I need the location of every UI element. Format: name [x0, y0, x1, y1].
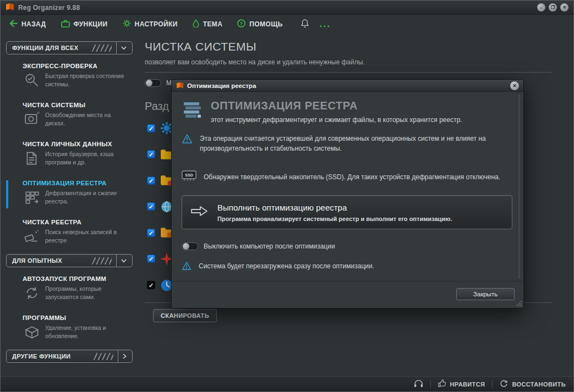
stripes-decoration [92, 257, 112, 264]
defrag-stack-icon [182, 100, 204, 124]
svg-text:?: ? [240, 21, 243, 26]
section-header-label: ДРУГИЕ ФУНКЦИИ [12, 353, 70, 360]
ssd-note-row: SSD Обнаружен твердотельный накопитель (… [182, 170, 512, 184]
chevron-down-icon [116, 42, 127, 54]
headphones-icon [414, 379, 423, 389]
divider [430, 380, 431, 388]
sidebar-item-system-clean[interactable]: ЧИСТКА СИСТЕМЫ Освобождение места на дис… [6, 98, 133, 137]
svg-text:SSD: SSD [185, 173, 193, 177]
mode-toggle[interactable] [145, 79, 161, 87]
restore-circle-icon [500, 379, 508, 389]
theme-label: ТЕМА [203, 20, 223, 28]
checkbox-checked[interactable]: ✓ [147, 255, 155, 263]
item-title: ОПТИМИЗАЦИЯ РЕЕСТРА [23, 180, 133, 186]
titlebar: Reg Organizer 9.88 – ❐ ✕ [1, 1, 573, 15]
run-optimization-title: Выполнить оптимизацию реестра [217, 203, 452, 212]
like-label: НРАВИТСЯ [450, 381, 485, 388]
item-title: ЧИСТКА ЛИЧНЫХ ДАННЫХ [23, 141, 133, 147]
sidebar-section-functions-for-all[interactable]: ФУНКЦИИ ДЛЯ ВСЕХ [6, 41, 133, 54]
item-title: ПРОГРАММЫ [23, 314, 133, 321]
dialog-close-button[interactable]: Закрыть [456, 288, 515, 300]
checkbox-dark[interactable]: ✓ [147, 281, 155, 289]
checkbox-checked[interactable]: ✓ [147, 150, 155, 158]
back-button[interactable]: НАЗАД [9, 20, 46, 29]
item-subtitle: Программы, которые запускаются сами. [45, 285, 129, 301]
dialog-close-icon[interactable]: ✕ [510, 81, 519, 90]
sidebar-item-private-data-clean[interactable]: ЧИСТКА ЛИЧНЫХ ДАННЫХ История браузеров, … [6, 137, 133, 176]
list-item[interactable]: ✓ [147, 225, 174, 240]
deprecated-warning-row: Эта операция считается устаревшей для со… [182, 134, 512, 153]
stripes-decoration [94, 353, 113, 360]
box-icon [24, 324, 40, 340]
functions-menu-button[interactable]: ФУНКЦИИ [61, 20, 108, 29]
sidebar-section-other-functions[interactable]: ДРУГИЕ ФУНКЦИИ [6, 350, 133, 363]
scan-button[interactable]: СКАНИРОВАТЬ [153, 309, 217, 322]
list-item[interactable]: ✓ [147, 278, 174, 292]
theme-menu-button[interactable]: ТЕМА [193, 19, 223, 29]
reboot-warning-row: Система будет перезагружена сразу после … [182, 261, 512, 273]
item-title: ЧИСТКА РЕЕСТРА [23, 219, 133, 225]
thumbs-up-icon [438, 379, 446, 389]
cleanup-category-list: ✓ ✓ ✓ ✓ ✓ ✓ ✓ [147, 121, 174, 304]
dialog-scrollbar[interactable] [517, 93, 521, 280]
shutdown-toggle[interactable] [182, 242, 198, 250]
restore-label: ВОССТАНОВИТЬ [512, 381, 566, 388]
registry-optimization-dialog: Оптимизация реестра ✕ ОПТИМИЗАЦИЯ РЕЕСТР… [171, 79, 524, 308]
checkbox-checked[interactable]: ✓ [147, 124, 155, 132]
section-header-label: ФУНКЦИИ ДЛЯ ВСЕХ [12, 45, 78, 51]
list-item[interactable]: ✓ [147, 147, 174, 162]
help-menu-button[interactable]: ? ПОМОЩЬ [237, 19, 283, 29]
run-optimization-button[interactable]: Выполнить оптимизацию реестра Программа … [182, 195, 512, 229]
deprecated-warning-text: Эта операция считается устаревшей для со… [200, 134, 511, 153]
ssd-drive-icon: SSD [182, 170, 196, 184]
checkbox-checked[interactable]: ✓ [147, 229, 155, 237]
more-menu-button[interactable]: ... [320, 21, 331, 27]
history-docs-icon [24, 150, 40, 167]
defrag-blocks-icon [24, 189, 40, 206]
autorun-arrows-icon [24, 285, 40, 301]
like-button[interactable]: НРАВИТСЯ [438, 379, 485, 389]
item-subtitle: Освобождение места на дисках. [45, 111, 129, 127]
chevron-right-icon [118, 350, 127, 362]
sidebar-item-autostart[interactable]: АВТОЗАПУСК ПРОГРАММ Программы, которые з… [6, 272, 133, 311]
ssd-note-text: Обнаружен твердотельный накопитель (SSD)… [204, 172, 500, 182]
checkbox-checked[interactable]: ✓ [147, 176, 155, 185]
minimize-button[interactable]: – [537, 3, 545, 12]
dialog-titlebar[interactable]: Оптимизация реестра ✕ [172, 80, 523, 92]
support-button[interactable] [414, 379, 423, 389]
question-circle-icon: ? [237, 19, 245, 29]
gear-icon [123, 19, 131, 29]
list-item[interactable]: ✓ [147, 200, 174, 214]
close-button[interactable]: ✕ [560, 3, 568, 12]
item-subtitle: История браузеров, кэша программ и др. [45, 150, 129, 166]
sidebar-item-programs[interactable]: ПРОГРАММЫ Удаление, установка и обновлен… [6, 311, 133, 350]
notifications-button[interactable] [301, 19, 309, 30]
sidebar-item-registry-optimization[interactable]: ОПТИМИЗАЦИЯ РЕЕСТРА Дефрагментация и сжа… [6, 176, 133, 215]
item-subtitle: Удаление, установка и обновление. [45, 324, 129, 340]
settings-menu-button[interactable]: НАСТРОЙКИ [123, 19, 178, 29]
warning-triangle-icon [182, 134, 193, 147]
sidebar-item-express-check[interactable]: ЭКСПРЕСС-ПРОВЕРКА Быстрая проверка состо… [6, 59, 133, 98]
help-label: ПОМОЩЬ [249, 20, 283, 28]
back-arrow-icon [9, 20, 18, 29]
stripes-decoration [92, 45, 112, 52]
sidebar: ФУНКЦИИ ДЛЯ ВСЕХ ЭКСПРЕСС-ПРОВЕРКА Быстр… [6, 41, 133, 367]
dialog-title: Оптимизация реестра [187, 82, 256, 89]
maximize-button[interactable]: ❐ [549, 3, 557, 12]
toolbar: НАЗАД ФУНКЦИИ НАСТРОЙКИ ТЕМА ? ПОМОЩЬ ..… [1, 15, 573, 33]
reboot-warning-text: Система будет перезагружена сразу после … [199, 261, 374, 271]
section-header-label: ДЛЯ ОПЫТНЫХ [12, 257, 62, 264]
list-item[interactable]: ✓ [147, 252, 174, 266]
item-title: АВТОЗАПУСК ПРОГРАММ [23, 275, 133, 282]
settings-label: НАСТРОЙКИ [135, 20, 178, 28]
list-item[interactable]: ✓ [147, 121, 174, 135]
restore-button[interactable]: ВОССТАНОВИТЬ [500, 379, 566, 389]
magnifier-check-icon [24, 72, 40, 89]
item-subtitle: Поиск неверных записей в реестре [45, 228, 129, 244]
dialog-heading-subtitle: этот инструмент дефрагментирует и сжимае… [211, 116, 462, 124]
list-item[interactable]: ✓ [147, 173, 174, 187]
app-window: Reg Organizer 9.88 – ❐ ✕ НАЗАД ФУНКЦИИ Н… [0, 0, 574, 392]
item-subtitle: Дефрагментация и сжатие реестра. [45, 189, 129, 205]
sidebar-section-for-experienced[interactable]: ДЛЯ ОПЫТНЫХ [6, 254, 133, 267]
sidebar-item-registry-clean[interactable]: ЧИСТКА РЕЕСТРА Поиск неверных записей в … [6, 215, 133, 254]
